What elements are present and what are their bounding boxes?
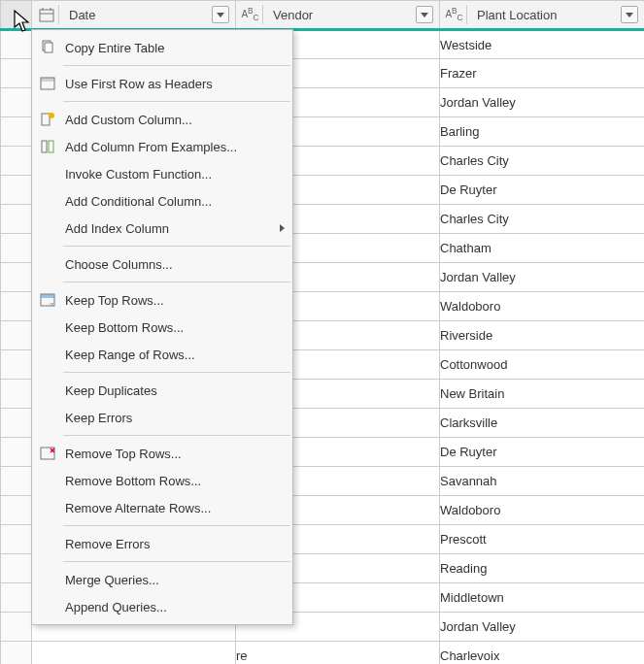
- plant-cell[interactable]: Charlevoix: [440, 642, 645, 665]
- submenu-arrow-icon: [280, 224, 285, 232]
- mouse-cursor-icon: [14, 10, 33, 38]
- plant-cell[interactable]: Charles City: [440, 147, 645, 176]
- menu-separator: [63, 282, 290, 282]
- row-number-cell[interactable]: [1, 496, 32, 525]
- plant-cell[interactable]: Barling: [440, 117, 645, 147]
- examples-icon: [36, 137, 59, 156]
- svg-rect-14: [42, 141, 47, 152]
- svg-rect-17: [41, 294, 54, 298]
- menu-copy-entire-table[interactable]: Copy Entire Table: [32, 34, 292, 61]
- row-number-cell[interactable]: [1, 467, 32, 496]
- table-row[interactable]: reCharlevoix: [1, 642, 645, 665]
- menu-keep-range-rows[interactable]: Keep Range of Rows...: [32, 341, 292, 368]
- svg-rect-18: [41, 448, 54, 459]
- column-filter-button[interactable]: [212, 6, 229, 23]
- menu-separator: [63, 435, 290, 436]
- row-number-cell[interactable]: [1, 613, 32, 642]
- menu-remove-top-rows[interactable]: Remove Top Rows...: [32, 440, 292, 467]
- text-type-icon: ABC: [242, 5, 263, 24]
- column-filter-button[interactable]: [416, 6, 433, 23]
- row-number-cell[interactable]: [1, 438, 32, 467]
- menu-separator: [63, 525, 290, 526]
- row-number-cell[interactable]: [1, 117, 32, 147]
- plant-cell[interactable]: Middletown: [440, 583, 645, 613]
- menu-separator: [63, 101, 290, 102]
- chevron-down-icon: [217, 13, 224, 17]
- menu-separator: [63, 561, 290, 562]
- menu-add-index-column[interactable]: Add Index Column: [32, 215, 292, 242]
- row-number-cell[interactable]: [1, 380, 32, 409]
- plant-cell[interactable]: Charles City: [440, 205, 645, 234]
- keep-rows-icon: [36, 290, 59, 310]
- svg-rect-4: [40, 10, 53, 21]
- remove-rows-icon: [36, 444, 59, 463]
- plant-cell[interactable]: Frazer: [440, 59, 645, 88]
- table-header-icon: [36, 74, 59, 93]
- row-number-cell[interactable]: [1, 88, 32, 117]
- menu-keep-bottom-rows[interactable]: Keep Bottom Rows...: [32, 314, 292, 341]
- menu-keep-duplicates[interactable]: Keep Duplicates: [32, 377, 292, 404]
- menu-keep-top-rows[interactable]: Keep Top Rows...: [32, 286, 292, 314]
- row-number-cell[interactable]: [1, 321, 32, 350]
- plant-cell[interactable]: Reading: [440, 554, 645, 583]
- menu-merge-queries[interactable]: Merge Queries...: [32, 566, 292, 593]
- plant-cell[interactable]: Jordan Valley: [440, 88, 645, 117]
- plant-cell[interactable]: Jordan Valley: [440, 613, 645, 642]
- menu-add-column-from-examples[interactable]: Add Column From Examples...: [32, 133, 292, 160]
- row-number-cell[interactable]: [1, 583, 32, 613]
- column-label: Plant Location: [473, 8, 615, 22]
- plant-cell[interactable]: Riverside: [440, 321, 645, 350]
- row-number-cell[interactable]: [1, 263, 32, 292]
- svg-rect-11: [41, 78, 54, 82]
- row-number-cell[interactable]: [1, 176, 32, 205]
- row-number-cell[interactable]: [1, 205, 32, 234]
- row-number-cell[interactable]: [1, 409, 32, 438]
- menu-separator: [63, 65, 290, 66]
- menu-add-custom-column[interactable]: Add Custom Column...: [32, 106, 292, 133]
- column-header-date[interactable]: Date: [32, 1, 236, 30]
- calendar-icon: [38, 5, 59, 24]
- menu-choose-columns[interactable]: Choose Columns...: [32, 250, 292, 278]
- row-number-cell[interactable]: [1, 292, 32, 321]
- row-number-cell[interactable]: [1, 147, 32, 176]
- row-number-cell[interactable]: [1, 59, 32, 88]
- plant-cell[interactable]: De Ruyter: [440, 176, 645, 205]
- table-context-menu: Copy Entire Table Use First Row as Heade…: [31, 29, 293, 625]
- menu-remove-errors[interactable]: Remove Errors: [32, 530, 292, 557]
- menu-append-queries[interactable]: Append Queries...: [32, 593, 292, 620]
- plant-cell[interactable]: Savannah: [440, 467, 645, 496]
- row-number-cell[interactable]: [1, 642, 32, 665]
- column-filter-button[interactable]: [621, 6, 638, 23]
- plant-cell[interactable]: Westside: [440, 30, 645, 59]
- plant-cell[interactable]: Waldoboro: [440, 496, 645, 525]
- menu-invoke-custom-function[interactable]: Invoke Custom Function...: [32, 160, 292, 187]
- row-number-cell[interactable]: [1, 234, 32, 263]
- menu-remove-alternate-rows[interactable]: Remove Alternate Rows...: [32, 494, 292, 521]
- plant-cell[interactable]: Clarksville: [440, 409, 645, 438]
- menu-separator: [63, 372, 290, 373]
- column-label: Vendor: [269, 8, 410, 22]
- plant-cell[interactable]: Chatham: [440, 234, 645, 263]
- date-cell[interactable]: [32, 642, 236, 665]
- column-header-plant[interactable]: ABC Plant Location: [440, 1, 645, 30]
- plant-cell[interactable]: New Britain: [440, 380, 645, 409]
- menu-keep-errors[interactable]: Keep Errors: [32, 404, 292, 431]
- menu-remove-bottom-rows[interactable]: Remove Bottom Rows...: [32, 467, 292, 494]
- plant-cell[interactable]: De Ruyter: [440, 438, 645, 467]
- plant-cell[interactable]: Cottonwood: [440, 350, 645, 380]
- row-number-cell[interactable]: [1, 554, 32, 583]
- column-header-row: Date ABC Vendor ABC Plant Location: [1, 1, 645, 30]
- plant-cell[interactable]: Waldoboro: [440, 292, 645, 321]
- svg-point-13: [49, 113, 54, 118]
- svg-rect-9: [45, 43, 52, 52]
- plant-cell[interactable]: Prescott: [440, 525, 645, 554]
- plant-cell[interactable]: Jordan Valley: [440, 263, 645, 292]
- row-number-cell[interactable]: [1, 350, 32, 380]
- menu-use-first-row-headers[interactable]: Use First Row as Headers: [32, 70, 292, 97]
- column-header-vendor[interactable]: ABC Vendor: [236, 1, 440, 30]
- menu-separator: [63, 246, 290, 247]
- svg-rect-12: [42, 114, 50, 125]
- menu-add-conditional-column[interactable]: Add Conditional Column...: [32, 187, 292, 215]
- row-number-cell[interactable]: [1, 525, 32, 554]
- vendor-cell[interactable]: re: [236, 642, 440, 665]
